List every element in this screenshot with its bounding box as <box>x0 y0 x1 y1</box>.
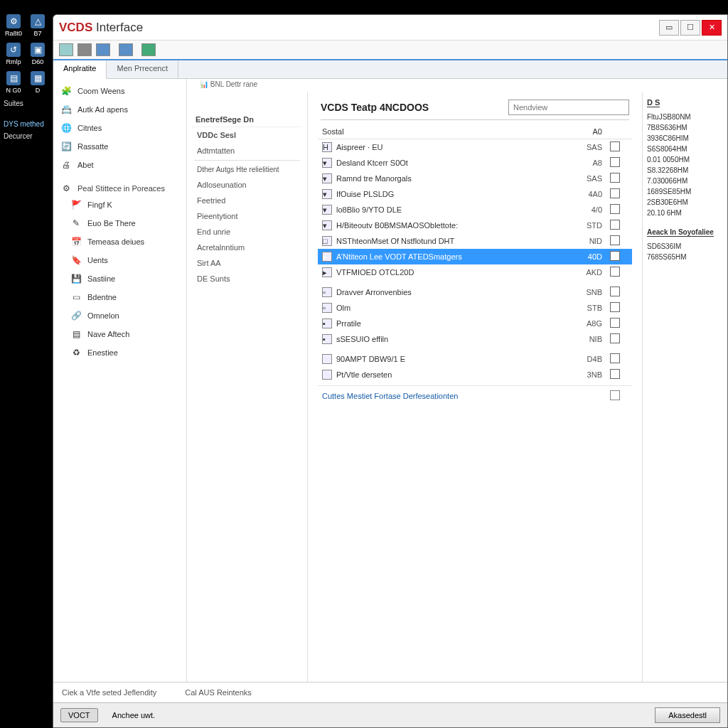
nav-subitem[interactable]: ▭Bdentne <box>53 288 186 306</box>
list-row[interactable]: ▾Desland Ktcerr S0OtA8 <box>318 155 632 171</box>
row-type-icon: H <box>322 142 332 152</box>
list-row[interactable]: ▸VTFMIOED OTCL20DAKD <box>318 264 632 280</box>
list-row[interactable]: ▾IfOuise PLSLDG4A0 <box>318 186 632 202</box>
list-row[interactable]: 90AMPT DBW9/1 ED4B <box>318 351 632 367</box>
footer-button[interactable]: VOCT <box>60 708 98 722</box>
nav-item[interactable]: 🌐Citntes <box>53 119 186 137</box>
info-value: 20.10 6HM <box>647 208 723 218</box>
nav-subitem[interactable]: 🚩Fingf K <box>53 196 186 214</box>
desktop-icons: ⚙Ra8t0 △B7 ↺Rmlp ▣D60 ▤N G0 ▦D Suites DY… <box>4 14 50 140</box>
pencil-icon: ✎ <box>70 218 82 229</box>
row-action-icon[interactable] <box>610 204 620 214</box>
category-item[interactable]: Acretalnntium <box>191 240 303 255</box>
category-item[interactable]: Dther Autgs Hte relielitient <box>191 162 303 177</box>
list-row[interactable]: HAispreer · EUSAS <box>318 139 632 155</box>
row-action-icon[interactable] <box>610 188 620 198</box>
status-text: Ciek a Vtfe seted Jeflendity <box>62 688 156 697</box>
category-item[interactable]: Adloseunation <box>191 177 303 193</box>
nav-subitem[interactable]: 💾Sastiine <box>53 269 186 288</box>
nav-subitem[interactable]: 🔗Omnelon <box>53 306 186 325</box>
row-action-icon[interactable] <box>610 318 620 328</box>
list-row[interactable]: ▫Dravver ArronvenbiesSNB <box>318 284 632 300</box>
row-type-icon: ▾ <box>322 189 332 199</box>
row-action-icon[interactable] <box>610 141 620 151</box>
desktop-icon[interactable]: ▤N G0 <box>4 71 23 94</box>
row-action-icon[interactable] <box>610 369 620 379</box>
list-row[interactable]: ▸A’Ntiteon Lee VODT ATEDSmatgers40D <box>318 249 632 264</box>
list-row[interactable]: □NSThteonMset Of Nstflotund DHTNlD <box>318 233 632 249</box>
info-value: 2SB30E6HM <box>647 197 723 208</box>
desktop-icon[interactable]: ▣D60 <box>28 43 48 65</box>
close-button[interactable]: ✕ <box>702 20 722 36</box>
details-icon <box>610 390 620 400</box>
gear-icon: ⚙ <box>60 183 72 194</box>
desktop-icon[interactable]: ⚙Ra8t0 <box>4 14 23 37</box>
row-action-icon[interactable] <box>610 220 620 230</box>
toolbar-icon[interactable] <box>77 43 92 56</box>
list-row[interactable]: ▾Ramnd tre ManorgalsSAS <box>318 171 632 186</box>
grid-icon: ▤ <box>70 328 82 340</box>
desktop-icon[interactable]: ↺Rmlp <box>4 43 23 65</box>
row-action-icon[interactable] <box>610 333 620 343</box>
tab-item[interactable]: Anplratite <box>53 60 107 79</box>
list-header: Sostal A0 <box>318 124 632 139</box>
category-item[interactable]: DE Sunts <box>191 271 303 287</box>
nav-item[interactable]: 🖨Abet <box>53 156 186 174</box>
row-action-icon[interactable] <box>610 302 620 312</box>
desktop-icon[interactable]: △B7 <box>28 14 48 37</box>
category-header: EnetrefSege Dn <box>191 112 303 127</box>
tag-icon: 🔖 <box>70 255 82 266</box>
category-item[interactable]: Pieentytiont <box>191 208 303 224</box>
category-item[interactable]: VDDc Sesl <box>191 127 303 143</box>
row-action-icon[interactable] <box>610 173 620 183</box>
category-item[interactable]: Feetried <box>191 193 303 208</box>
list-row[interactable]: ▪sSESUIO effilnNIB <box>318 331 632 347</box>
info-value: S8.32268HM <box>647 165 723 176</box>
row-action-icon[interactable] <box>610 287 620 296</box>
nav-item[interactable]: 🧩Coom Weens <box>53 82 186 100</box>
list-row[interactable]: ▪PrratileA8G <box>318 316 632 331</box>
list-footer-link[interactable]: Cuttes Mestiet Fortase Derfeseationten <box>318 385 632 406</box>
row-action-icon[interactable] <box>610 267 620 277</box>
search-input[interactable] <box>508 100 629 115</box>
row-type-icon <box>322 370 332 380</box>
window-title: VCDS Interface <box>59 21 143 35</box>
minimize-button[interactable]: ▭ <box>659 20 679 36</box>
toolbar-icon[interactable] <box>141 43 156 56</box>
row-action-icon[interactable] <box>610 235 620 245</box>
list-row[interactable]: ▫OlmSTB <box>318 300 632 316</box>
row-type-icon: ▸ <box>322 267 332 277</box>
page-title: VCDS Teatp 4NCDOOS <box>321 102 429 113</box>
category-item[interactable]: Sirt AA <box>191 255 303 271</box>
nav-item[interactable]: 📇Autk Ad apens <box>53 100 186 119</box>
row-action-icon[interactable] <box>610 157 620 167</box>
nav-subitem[interactable]: ✎Euo Be There <box>53 214 186 232</box>
tab-bar: Anplratite Men Prrecenct <box>53 60 727 79</box>
nav-subitem[interactable]: ♻Enestiee <box>53 343 186 362</box>
nav-subitem[interactable]: 📅Temeasa deiues <box>53 232 186 251</box>
list-row[interactable]: ▾lo8Blio 9/YTO DLE4/0 <box>318 202 632 218</box>
row-action-icon[interactable] <box>610 251 620 261</box>
row-action-icon[interactable] <box>610 353 620 363</box>
action-button[interactable]: Akasedestl <box>655 707 720 723</box>
list-row[interactable]: Pt/Vtle derseten3NB <box>318 367 632 382</box>
toolbar-icon[interactable] <box>119 43 133 56</box>
tab-item[interactable]: Men Prrecenct <box>107 60 178 78</box>
desktop-icon[interactable]: ▦D <box>28 71 48 94</box>
row-type-icon: □ <box>322 236 332 246</box>
list-row[interactable]: ▾H/Biteoutv B0BMSMAOSOblettote:STD <box>318 218 632 233</box>
category-item[interactable]: Adtmtatten <box>191 143 303 159</box>
toolbar-icon[interactable] <box>59 43 73 56</box>
nav-subitem[interactable]: 🔖Uents <box>53 251 186 269</box>
breadcrumb: 📊 BNL Dettr rane <box>187 79 727 92</box>
info-header: Aeack In Soyofaliee <box>647 228 714 237</box>
info-value: S6S8064HM <box>647 144 723 154</box>
category-item[interactable]: End unrie <box>191 224 303 240</box>
maximize-button[interactable]: ☐ <box>680 20 700 36</box>
nav-section-header[interactable]: ⚙Peal Stittece in Poreaces <box>53 178 186 196</box>
info-value: 0.01 0050HM <box>647 154 723 165</box>
recycle-icon: ♻ <box>70 347 82 358</box>
nav-item[interactable]: 🔄Rassatte <box>53 137 186 156</box>
nav-subitem[interactable]: ▤Nave Aftech <box>53 325 186 343</box>
toolbar-icon[interactable] <box>96 43 110 56</box>
